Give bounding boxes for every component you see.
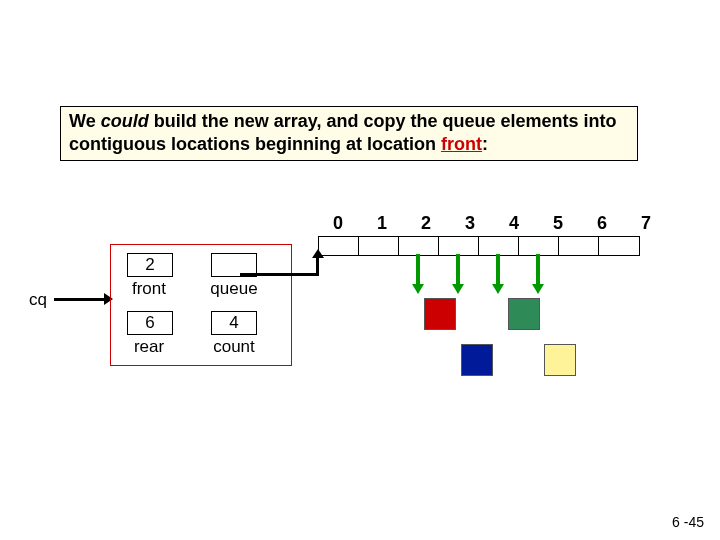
array-cell	[599, 237, 639, 255]
cq-label: cq	[29, 290, 47, 310]
queue-element-square	[461, 344, 493, 376]
array-cell	[519, 237, 559, 255]
array-index: 4	[494, 213, 534, 234]
struct-box: 2 front queue 6 rear 4 count	[110, 244, 292, 366]
array-cell	[399, 237, 439, 255]
desc-mid: build the new array, and copy the queue …	[69, 111, 616, 154]
array-cell	[319, 237, 359, 255]
desc-front: front	[441, 134, 482, 154]
array-box	[318, 236, 640, 256]
front-value: 2	[127, 253, 173, 277]
array-index-row: 0 1 2 3 4 5 6 7	[318, 213, 670, 234]
queue-pointer-arrow	[316, 256, 319, 276]
count-label: count	[203, 337, 265, 357]
queue-pointer-arrow	[240, 273, 318, 276]
array-index: 7	[626, 213, 666, 234]
array-index: 0	[318, 213, 358, 234]
array-cell	[559, 237, 599, 255]
array-index: 2	[406, 213, 446, 234]
array-index: 5	[538, 213, 578, 234]
arrow-up-icon	[312, 249, 324, 258]
rear-value: 6	[127, 311, 173, 335]
queue-element-square	[424, 298, 456, 330]
slide-number: 6 -45	[672, 514, 704, 530]
front-label: front	[125, 279, 173, 299]
array-index: 6	[582, 213, 622, 234]
array-index: 3	[450, 213, 490, 234]
array-index: 1	[362, 213, 402, 234]
queue-label: queue	[203, 279, 265, 299]
queue-element-square	[508, 298, 540, 330]
count-value: 4	[211, 311, 257, 335]
cq-pointer-arrow	[54, 298, 106, 301]
desc-could: could	[101, 111, 149, 131]
rear-label: rear	[125, 337, 173, 357]
array-cell	[359, 237, 399, 255]
desc-post: :	[482, 134, 488, 154]
array-cell	[479, 237, 519, 255]
array-cell	[439, 237, 479, 255]
desc-pre: We	[69, 111, 101, 131]
description-box: We could build the new array, and copy t…	[60, 106, 638, 161]
queue-element-square	[544, 344, 576, 376]
